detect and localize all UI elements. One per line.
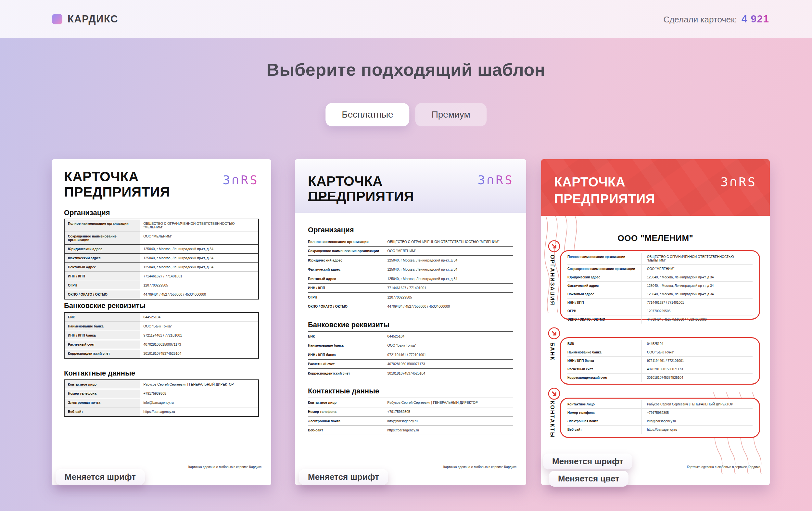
table-row: Юридический адрес125040, г Москва, Ленин… (308, 255, 513, 265)
organization-table: Полное наименование организацииОБЩЕСТВО … (568, 253, 753, 323)
table-row: ИНН / КПП7714461627 / 771401001 (568, 298, 753, 307)
counter-value: 4 921 (742, 13, 769, 25)
table-row: Полное наименование организацииОБЩЕСТВО … (568, 253, 753, 264)
row-value: 7714461627 / 771401001 (140, 272, 258, 281)
arrow-down-right-icon (548, 387, 560, 400)
row-value: https://barsagency.ru (382, 426, 513, 435)
row-value: 044525104 (641, 340, 753, 348)
card-footnote: Карточка сделана с любовью в сервисе Кар… (188, 465, 261, 469)
row-value: 125040, г Москва, Ленинградский пр-кт, д… (382, 274, 513, 283)
row-label: Контактное лицо (65, 380, 140, 389)
table-row: Наименование банкаООО "Банк Точка" (65, 321, 258, 331)
tab-premium[interactable]: Премиум (415, 103, 487, 126)
row-value: +79175939305 (140, 389, 258, 398)
doc-title: КАРТОЧКА ПРЕДПРИЯТИЯ (64, 169, 170, 199)
table-row: Электронная почтаinfo@barsagency.ru (65, 398, 258, 407)
organization-table: Полное наименование организацииОБЩЕСТВО … (308, 237, 513, 311)
table-row: Контактное лицоРабусов Сергей Сергеевич … (308, 398, 513, 407)
row-value: 125040, г Москва, Ленинградский пр-кт, д… (641, 273, 753, 281)
row-label: Наименование банка (308, 341, 382, 350)
tab-free[interactable]: Бесплатные (325, 103, 409, 126)
row-value: info@barsagency.ru (641, 417, 753, 425)
table-row: Веб-сайтhttps://barsagency.ru (308, 426, 513, 435)
table-row: ИНН / КПП банка9721194461 / 772101001 (308, 350, 513, 359)
table-row: Юридический адрес125040, г Москва, Ленин… (568, 273, 753, 281)
row-label: Фактический адрес (65, 254, 140, 262)
table-row: ОГРН1207700229505 (568, 307, 753, 315)
side-label-organization: ОРГАНИЗАЦИЯ (549, 255, 555, 306)
section-heading-contacts: Контактные данные (308, 387, 379, 395)
row-label: Наименование банка (568, 348, 641, 357)
table-row: ИНН / КПП7714461627 / 771401001 (308, 283, 513, 293)
row-value: 125040, г Москва, Ленинградский пр-кт, д… (641, 290, 753, 298)
table-row: ОГРН1207700229505 (308, 292, 513, 302)
template-card-plain[interactable]: КАРТОЧКА ПРЕДПРИЯТИЯ 3∩RS Организация По… (52, 159, 271, 485)
badge-font-changeable: Меняется шрифт (543, 454, 632, 470)
table-row: Контактное лицоРабусов Сергей Сергеевич … (65, 380, 258, 389)
row-value: 44709484 / 45277556000 / 45334000000 (382, 302, 513, 311)
row-value: 1207700229505 (140, 281, 258, 290)
row-label: Сокращенное наименование организации (308, 247, 382, 256)
template-card-red[interactable]: КАРТОЧКА ПРЕДПРИЯТИЯ 3∩RS ООО "МЕЛЕНИМ" … (541, 159, 770, 485)
brand-logo-icon (52, 14, 62, 24)
row-value: ООО "Банк Точка" (382, 341, 513, 350)
row-label: БИК (568, 340, 641, 348)
row-value: 40702810601500071173 (382, 360, 513, 369)
row-value: 40702810601500071173 (140, 340, 258, 349)
table-row: Контактное лицоРабусов Сергей Сергеевич … (568, 400, 753, 408)
row-label: Юридический адрес (308, 256, 382, 265)
row-value: 125040, г Москва, Ленинградский пр-кт, д… (140, 254, 258, 262)
side-label-contacts: КОНТАКТЫ (549, 401, 555, 438)
bank-box: БИК044525104Наименование банкаООО "Банк … (560, 337, 760, 385)
row-label: Фактический адрес (568, 282, 641, 290)
counter-label: Сделали карточек: (663, 15, 737, 25)
table-row: Сокращенное наименование организацииООО … (65, 232, 258, 244)
row-label: Электронная почта (568, 417, 641, 425)
contacts-table: Контактное лицоРабусов Сергей Сергеевич … (308, 398, 513, 435)
row-label: Сокращенное наименование организации (65, 232, 140, 244)
row-value: 44709484 / 45277556000 / 45334000000 (641, 315, 753, 323)
row-value: 7714461627 / 771401001 (641, 299, 753, 307)
row-value: 40702810601500071173 (641, 365, 753, 373)
table-row: Сокращенное наименование организацииООО … (568, 264, 753, 273)
row-value: 30101810745374525104 (140, 349, 258, 358)
row-label: Корреспондентский счет (568, 374, 641, 382)
row-label: ОГРН (65, 281, 140, 290)
section-heading-bank: Банковские реквизиты (308, 321, 389, 329)
row-value: 9721194461 / 772101001 (382, 350, 513, 359)
row-label: Полное наименование организации (65, 219, 140, 232)
row-label: Контактное лицо (568, 400, 641, 408)
table-row: Электронная почтаinfo@barsagency.ru (308, 416, 513, 426)
row-value: info@barsagency.ru (140, 398, 258, 407)
row-value: ОБЩЕСТВО С ОГРАНИЧЕННОЙ ОТВЕТСТВЕННОСТЬЮ… (641, 253, 753, 264)
organization-table: Полное наименование организацииОБЩЕСТВО … (64, 219, 259, 300)
table-row: БИК044525104 (308, 331, 513, 341)
row-label: Полное наименование организации (308, 237, 382, 246)
table-row: ОКПО / ОКАТО / ОКТМО44709484 / 452775560… (308, 302, 513, 312)
badge-color-changeable: Меняется цвет (549, 471, 629, 487)
row-label: Сокращенное наименование организации (568, 265, 641, 273)
row-value: info@barsagency.ru (382, 417, 513, 426)
title-underline (308, 199, 339, 201)
table-row: ОКПО / ОКАТО / ОКТМО44709484 / 452775560… (65, 290, 258, 299)
card-footnote: Карточка сделана с любовью в сервисе Кар… (443, 465, 516, 469)
top-bar: КАРДИКС Сделали карточек: 4 921 (0, 0, 812, 38)
row-value: 125040, г Москва, Ленинградский пр-кт, д… (140, 263, 258, 272)
contacts-table: Контактное лицоРабусов Сергей Сергеевич … (568, 400, 753, 434)
row-label: Номер телефона (568, 409, 641, 417)
table-row: Корреспондентский счет301018107453745251… (65, 349, 258, 358)
badge-font-changeable: Меняется шрифт (299, 469, 388, 485)
row-value: 9721194461 / 772101001 (140, 331, 258, 340)
bank-table: БИК044525104Наименование банкаООО "Банк … (64, 312, 259, 359)
row-label: Фактический адрес (308, 265, 382, 274)
row-label: Полное наименование организации (568, 253, 641, 264)
template-card-lavender[interactable]: КАРТОЧКА ПРЕДПРИЯТИЯ 3∩RS Организация По… (295, 159, 526, 485)
row-label: БИК (308, 332, 382, 341)
row-value: ООО "МЕЛЕНИМ" (641, 265, 753, 273)
row-label: ОГРН (308, 293, 382, 302)
row-label: Электронная почта (65, 398, 140, 407)
table-row: Веб-сайтhttps://barsagency.ru (65, 407, 258, 416)
table-row: ИНН / КПП7714461627 / 771401001 (65, 272, 258, 281)
section-heading-bank: Банковские реквизиты (64, 302, 146, 310)
row-label: Номер телефона (65, 389, 140, 398)
